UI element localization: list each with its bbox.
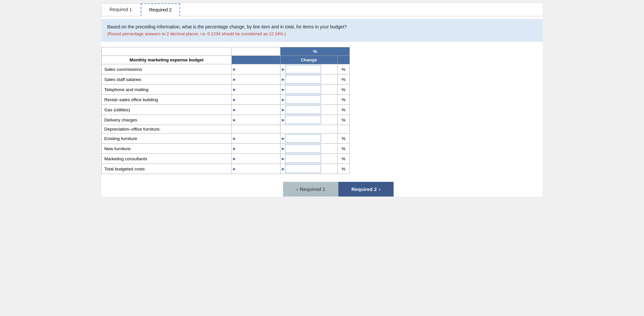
input-arrow-left: ▶ (233, 157, 236, 161)
budget-table: % Monthly marketing expense budget Chang… (101, 47, 350, 174)
change-input-cell[interactable]: ▶ (280, 74, 337, 85)
change-input[interactable] (285, 116, 321, 124)
input-arrow-left: ▶ (233, 87, 236, 92)
table-row: Delivery charges▶▶% (102, 115, 350, 125)
input-arrow-left: ▶ (233, 147, 236, 151)
input-arrow-left: ▶ (233, 67, 236, 71)
input-arrow-right: ▶ (282, 87, 284, 92)
table-row: Telephone and mailing▶▶% (102, 85, 350, 95)
row-label-cell: Depreciation–office furniture: (102, 125, 232, 134)
pct-label-cell: % (337, 164, 349, 174)
question-box: Based on the preceding information, what… (101, 19, 543, 42)
input-arrow-left: ▶ (233, 167, 236, 171)
change-input[interactable] (285, 144, 321, 153)
header-section-label: Monthly marketing expense budget (102, 56, 232, 64)
pct-label-cell: % (337, 115, 349, 125)
tabs-row: Required 1 Required 2 (101, 3, 543, 16)
change-input-cell[interactable]: ▶ (280, 134, 337, 144)
input-cell-1: ▶ (232, 105, 280, 115)
row-label-cell: Sales commissions (102, 64, 232, 74)
change-input-cell[interactable]: ▶ (280, 64, 337, 74)
change-input-cell (280, 125, 337, 134)
row-label-cell: Telephone and mailing (102, 85, 232, 95)
pct-label-cell: % (337, 105, 349, 115)
input-arrow-right: ▶ (282, 147, 284, 151)
change-input-cell[interactable]: ▶ (280, 115, 337, 125)
tab-required2[interactable]: Required 2 (141, 3, 180, 16)
input-arrow-right: ▶ (282, 77, 284, 82)
change-input-cell[interactable]: ▶ (280, 85, 337, 95)
table-row: Sales staff salaries▶▶% (102, 74, 350, 85)
change-input-cell[interactable]: ▶ (280, 164, 337, 174)
input-arrow-right: ▶ (282, 118, 284, 122)
btn-req1-label: Required 1 (300, 186, 325, 192)
row-label-cell: Sales staff salaries (102, 74, 232, 85)
btn-req2-label: Required 2 (351, 186, 377, 192)
row-label-cell: Gas (utilities) (102, 105, 232, 115)
change-input-cell[interactable]: ▶ (280, 95, 337, 105)
row-label-cell: Rental–sales office building (102, 95, 232, 105)
row-label-cell: Total budgeted costs (102, 164, 232, 174)
header-pct: % (280, 47, 350, 56)
input-arrow-right: ▶ (282, 67, 284, 71)
row-label-cell: Existing furniture (102, 134, 232, 144)
input-cell-1 (232, 125, 280, 134)
input-arrow-right: ▶ (282, 98, 284, 102)
input-arrow-right: ▶ (282, 167, 284, 171)
input-cell-1: ▶ (232, 95, 280, 105)
pct-label-cell (337, 125, 349, 134)
pct-label-cell: % (337, 134, 349, 144)
page-container: Required 1 Required 2 Based on the prece… (101, 3, 543, 197)
input-arrow-right: ▶ (282, 136, 284, 141)
table-row: Rental–sales office building▶▶% (102, 95, 350, 105)
change-input[interactable] (285, 105, 321, 114)
change-input[interactable] (285, 134, 321, 143)
row-label-cell: New furniture (102, 144, 232, 154)
input-arrow-left: ▶ (233, 77, 236, 82)
change-input[interactable] (285, 75, 321, 84)
btn-required2[interactable]: Required 2 › (338, 182, 394, 197)
input-cell-1: ▶ (232, 134, 280, 144)
table-row: Existing furniture▶▶% (102, 134, 350, 144)
pct-label-cell: % (337, 74, 349, 85)
change-input[interactable] (285, 165, 321, 173)
chevron-right-icon: › (379, 186, 381, 192)
table-row: New furniture▶▶% (102, 144, 350, 154)
input-arrow-right: ▶ (282, 157, 284, 161)
input-arrow-left: ▶ (233, 98, 236, 102)
change-input-cell[interactable]: ▶ (280, 154, 337, 164)
pct-label-cell: % (337, 144, 349, 154)
change-input[interactable] (285, 85, 321, 94)
input-cell-1: ▶ (232, 85, 280, 95)
input-arrow-right: ▶ (282, 108, 284, 112)
pct-label-cell: % (337, 64, 349, 74)
input-cell-1: ▶ (232, 164, 280, 174)
row-label-cell: Delivery charges (102, 115, 232, 125)
table-row: Depreciation–office furniture: (102, 125, 350, 134)
table-row: Total budgeted costs▶▶% (102, 164, 350, 174)
change-input-cell[interactable]: ▶ (280, 144, 337, 154)
chevron-left-icon: ‹ (296, 186, 298, 192)
change-input[interactable] (285, 95, 321, 104)
table-row: Gas (utilities)▶▶% (102, 105, 350, 115)
pct-label-cell: % (337, 154, 349, 164)
input-arrow-left: ▶ (233, 136, 236, 141)
pct-label-cell: % (337, 85, 349, 95)
input-cell-1: ▶ (232, 154, 280, 164)
nav-buttons: ‹ Required 1 Required 2 › (134, 182, 543, 197)
input-cell-1: ▶ (232, 144, 280, 154)
header-change: Change (280, 56, 337, 64)
input-arrow-left: ▶ (233, 108, 236, 112)
input-cell-1: ▶ (232, 115, 280, 125)
tab-required1[interactable]: Required 1 (101, 3, 140, 16)
input-cell-1: ▶ (232, 64, 280, 74)
input-cell-1: ▶ (232, 74, 280, 85)
table-row: Sales commissions▶▶% (102, 64, 350, 74)
change-input-cell[interactable]: ▶ (280, 105, 337, 115)
change-input[interactable] (285, 65, 321, 73)
question-main-text: Based on the preceding information, what… (107, 24, 347, 29)
change-input[interactable] (285, 154, 321, 163)
btn-required1[interactable]: ‹ Required 1 (283, 182, 338, 197)
row-label-cell: Marketing consultants (102, 154, 232, 164)
question-note: (Round percentage answers to 2 decimal p… (107, 31, 286, 36)
